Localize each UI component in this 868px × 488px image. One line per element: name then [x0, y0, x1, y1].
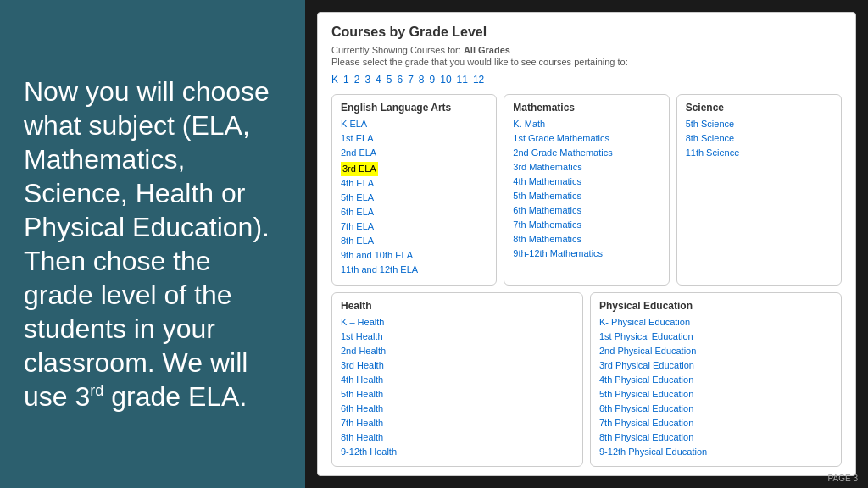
health-link-4[interactable]: 4th Health: [341, 373, 574, 387]
math-title: Mathematics: [513, 102, 659, 114]
course-container: Courses by Grade Level Currently Showing…: [317, 12, 856, 476]
pe-title: Physical Education: [599, 300, 832, 312]
ela-link-1[interactable]: 1st ELA: [341, 131, 487, 146]
pe-link-2[interactable]: 2nd Physical Education: [599, 344, 832, 358]
health-link-2[interactable]: 2nd Health: [341, 344, 574, 358]
ela-link-3[interactable]: 3rd ELA: [341, 162, 378, 176]
health-link-3[interactable]: 3rd Health: [341, 358, 574, 373]
grade-10[interactable]: 10: [440, 74, 451, 86]
pe-link-8[interactable]: 8th Physical Education: [599, 430, 832, 445]
grade-k[interactable]: K: [331, 74, 338, 86]
showing-value: All Grades: [464, 45, 510, 55]
showing-text: Currently Showing Courses for: All Grade…: [331, 45, 842, 55]
math-link-3[interactable]: 3rd Mathematics: [513, 160, 659, 175]
left-panel: Now you will choose what subject (ELA, M…: [0, 0, 305, 488]
science-title: Science: [686, 102, 832, 114]
math-link-1[interactable]: 1st Grade Mathematics: [513, 131, 659, 146]
health-box: Health K – Health 1st Health 2nd Health …: [331, 292, 583, 467]
math-box: Mathematics K. Math 1st Grade Mathematic…: [504, 94, 669, 286]
math-link-8[interactable]: 8th Mathematics: [513, 232, 659, 247]
health-link-7[interactable]: 7th Health: [341, 416, 574, 430]
science-box: Science 5th Science 8th Science 11th Sci…: [676, 94, 842, 286]
grade-11[interactable]: 11: [457, 74, 468, 86]
ela-link-4[interactable]: 4th ELA: [341, 176, 487, 191]
ela-title: English Language Arts: [341, 102, 487, 114]
pe-link-4[interactable]: 4th Physical Education: [599, 373, 832, 387]
ela-link-11-12[interactable]: 11th and 12th ELA: [341, 263, 487, 277]
grade-6[interactable]: 6: [397, 74, 403, 86]
health-link-k[interactable]: K – Health: [341, 315, 574, 330]
pe-box: Physical Education K- Physical Education…: [590, 292, 842, 467]
top-row: English Language Arts K ELA 1st ELA 2nd …: [331, 94, 842, 286]
main-text: Now you will choose what subject (ELA, M…: [24, 75, 281, 413]
science-link-11[interactable]: 11th Science: [686, 146, 832, 160]
grade-9[interactable]: 9: [430, 74, 436, 86]
math-link-2[interactable]: 2nd Grade Mathematics: [513, 146, 659, 160]
math-link-5[interactable]: 5th Mathematics: [513, 189, 659, 203]
grade-4[interactable]: 4: [376, 74, 381, 86]
pe-link-6[interactable]: 6th Physical Education: [599, 402, 832, 416]
course-title: Courses by Grade Level: [331, 25, 842, 40]
math-link-7[interactable]: 7th Mathematics: [513, 218, 659, 232]
ela-link-k[interactable]: K ELA: [341, 117, 487, 131]
ela-link-6[interactable]: 6th ELA: [341, 205, 487, 219]
pe-link-k[interactable]: K- Physical Education: [599, 315, 832, 330]
math-link-k[interactable]: K. Math: [513, 117, 659, 131]
grade-1[interactable]: 1: [343, 74, 349, 86]
health-link-1[interactable]: 1st Health: [341, 330, 574, 344]
pe-link-5[interactable]: 5th Physical Education: [599, 387, 832, 402]
health-title: Health: [341, 300, 574, 312]
science-link-5[interactable]: 5th Science: [686, 117, 832, 131]
math-link-4[interactable]: 4th Mathematics: [513, 175, 659, 189]
grade-3[interactable]: 3: [364, 74, 370, 86]
health-link-8[interactable]: 8th Health: [341, 430, 574, 445]
ela-link-5[interactable]: 5th ELA: [341, 191, 487, 205]
select-text: Please select the grade that you would l…: [331, 57, 842, 67]
health-link-5[interactable]: 5th Health: [341, 387, 574, 402]
right-panel: Courses by Grade Level Currently Showing…: [305, 0, 868, 488]
pe-link-3[interactable]: 3rd Physical Education: [599, 358, 832, 373]
pe-link-7[interactable]: 7th Physical Education: [599, 416, 832, 430]
pe-link-1[interactable]: 1st Physical Education: [599, 330, 832, 344]
page-number: PAGE 3: [828, 474, 858, 483]
grade-8[interactable]: 8: [419, 74, 425, 86]
ela-link-9-10[interactable]: 9th and 10th ELA: [341, 248, 487, 263]
showing-label: Currently Showing Courses for:: [331, 45, 464, 55]
ela-link-7[interactable]: 7th ELA: [341, 219, 487, 234]
grade-7[interactable]: 7: [408, 74, 414, 86]
math-link-6[interactable]: 6th Mathematics: [513, 203, 659, 218]
grade-2[interactable]: 2: [354, 74, 360, 86]
grade-5[interactable]: 5: [387, 74, 392, 86]
ela-link-8[interactable]: 8th ELA: [341, 234, 487, 248]
ela-box: English Language Arts K ELA 1st ELA 2nd …: [331, 94, 497, 286]
grade-nav: K 1 2 3 4 5 6 7 8 9 10 11 12: [331, 74, 842, 86]
pe-link-9-12[interactable]: 9-12th Physical Education: [599, 445, 832, 459]
science-link-8[interactable]: 8th Science: [686, 131, 832, 146]
health-link-6[interactable]: 6th Health: [341, 402, 574, 416]
health-link-9-12[interactable]: 9-12th Health: [341, 445, 574, 459]
ela-link-2[interactable]: 2nd ELA: [341, 146, 487, 160]
math-link-9-12[interactable]: 9th-12th Mathematics: [513, 247, 659, 261]
bottom-row: Health K – Health 1st Health 2nd Health …: [331, 292, 842, 467]
grade-12[interactable]: 12: [473, 74, 484, 86]
